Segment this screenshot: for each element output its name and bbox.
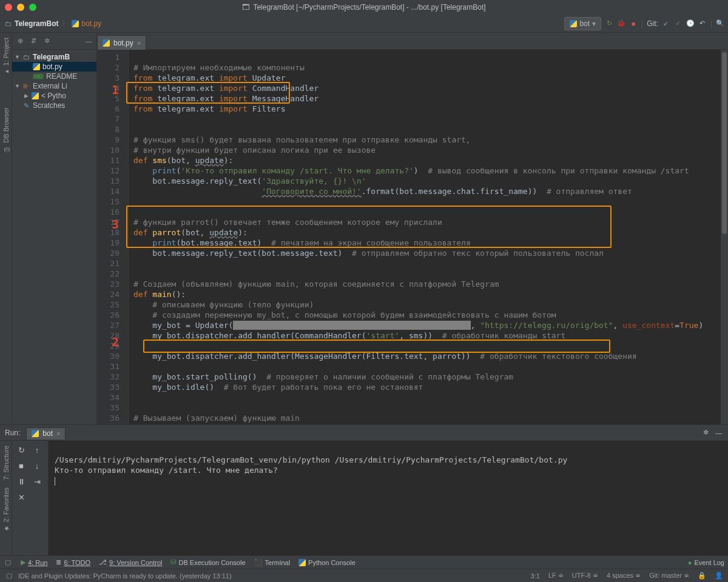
annotation-label-2: 2 (112, 337, 119, 347)
tool-window-quick-access-icon[interactable]: ▢ (4, 558, 12, 567)
bottom-tool-bar: ▢ ▶4: Run ≣6: TODO ⎇9: Version Control ⛁… (0, 555, 728, 569)
gear-icon[interactable]: ✲ (42, 37, 51, 45)
tree-python-env[interactable]: ▶ < Pytho (12, 91, 96, 101)
tree-label: README (46, 72, 77, 81)
minimize-icon[interactable] (17, 4, 24, 11)
window-controls[interactable] (5, 4, 36, 11)
db-browser-tool-button[interactable]: ⛁DB Browser (2, 107, 10, 153)
tree-file-readme[interactable]: MD README (12, 72, 96, 81)
collapse-icon[interactable]: — (715, 429, 723, 437)
info-icon[interactable]: ▢ (5, 572, 13, 580)
run-panel-header: Run: bot × ✲ — (0, 425, 728, 441)
vcs-tool-button[interactable]: ⎇9: Version Control (99, 558, 162, 566)
markdown-file-icon: MD (33, 73, 44, 79)
event-log-button[interactable]: ●Event Log (688, 559, 724, 566)
editor-scrollbar[interactable] (721, 50, 728, 424)
tab-label: bot.py (113, 39, 133, 47)
target-icon[interactable]: ⊕ (16, 37, 24, 45)
db-console-tool-button[interactable]: ⛁DB Execution Console (170, 558, 245, 566)
expand-icon[interactable]: ⇵ (29, 37, 38, 45)
run-controls: ↻ ↑ ■ ↓ ⏸ ⇥ ✕ (12, 441, 49, 555)
pause-icon[interactable]: ⏸ (16, 476, 27, 487)
folder-icon: 🗀 (22, 53, 30, 61)
structure-tool-button[interactable]: 7: Structure (2, 446, 10, 480)
gutter: 1 2 3 4 5 6 7 8 9 10 11 12 13 14 15 16 1… (97, 50, 129, 424)
tree-label: External Li (33, 82, 67, 90)
chevron-down-icon: ▼ (15, 54, 19, 60)
breadcrumb-separator (61, 19, 69, 28)
git-branch-selector[interactable]: Git: master ≑ (649, 572, 689, 580)
up-icon[interactable]: ↑ (32, 444, 42, 455)
close-icon[interactable]: × (56, 430, 60, 437)
breadcrumb-file[interactable]: bot.py (81, 19, 101, 28)
run-panel-title: Run: (5, 429, 20, 437)
run-config-name: bot (579, 19, 590, 28)
favorites-tool-button[interactable]: ★2: Favorites (2, 487, 10, 532)
filter-icon[interactable]: ⇥ (32, 476, 42, 487)
rerun-icon[interactable]: ↻ (605, 19, 613, 28)
run-tool-button[interactable]: ▶4: Run (21, 558, 47, 566)
run-panel-body: 7: Structure ★2: Favorites ↻ ↑ ■ ↓ ⏸ ⇥ ✕… (0, 441, 728, 555)
editor-tab-bot[interactable]: bot.py × (97, 35, 146, 50)
status-bar: ▢ IDE and Plugin Updates: PyCharm is rea… (0, 569, 728, 582)
python-file-icon (103, 39, 110, 47)
inspection-icon[interactable]: 👤 (715, 572, 723, 580)
run-tab-bot[interactable]: bot × (26, 427, 66, 440)
tree-file-bot[interactable]: bot.py (12, 62, 96, 72)
console-output[interactable]: /Users/dmitriy/PycharmProjects/TelegramB… (49, 441, 728, 555)
main-content: ▸1: Project ⛁DB Browser ⊕ ⇵ ✲ — ▼ 🗀 Tele… (0, 33, 728, 424)
status-message[interactable]: IDE and Plugin Updates: PyCharm is ready… (18, 572, 232, 580)
terminal-tool-button[interactable]: ⬛Terminal (254, 558, 291, 566)
separator: | (641, 19, 643, 28)
run-configuration-selector[interactable]: bot ▾ (564, 17, 601, 30)
indent-selector[interactable]: 4 spaces ≑ (607, 572, 641, 580)
chevron-down-icon: ▼ (15, 83, 19, 89)
chevron-right-icon: ▶ (24, 93, 29, 99)
search-icon[interactable]: 🔍 (716, 19, 724, 28)
encoding-selector[interactable]: UTF-8 ≑ (572, 572, 598, 580)
git-pull-icon[interactable]: ↙ (662, 19, 670, 28)
debug-icon[interactable]: 🐞 (617, 19, 625, 28)
breadcrumb-project[interactable]: TelegramBot (15, 19, 58, 28)
git-history-icon[interactable]: 🕓 (686, 19, 695, 28)
library-icon: ⊪ (22, 82, 30, 90)
git-commit-icon[interactable]: ✓ (674, 19, 682, 28)
maximize-icon[interactable] (29, 4, 36, 11)
gear-icon[interactable]: ✲ (701, 429, 710, 437)
stop-icon[interactable]: ■ (629, 19, 638, 28)
nav-bar: 🗀 TelegramBot bot.py bot ▾ ↻ 🐞 ■ | Git: … (0, 15, 728, 33)
window-title-text: TelegramBot [~/PycharmProjects/TelegramB… (253, 3, 485, 12)
project-tree: ▼ 🗀 TelegramB bot.py MD README ▼ ⊪ Exter… (12, 50, 96, 113)
close-icon[interactable]: ✕ (16, 492, 27, 503)
git-revert-icon[interactable]: ↶ (698, 19, 707, 28)
python-console-tool-button[interactable]: Python Console (298, 559, 356, 566)
code-content[interactable]: # Импортируем необходимые компоненты fro… (129, 50, 728, 424)
editor-area: bot.py × 1 2 3 4 5 6 7 8 9 10 11 12 13 1… (97, 33, 728, 424)
python-file-icon (72, 20, 79, 27)
lock-icon[interactable]: 🔒 (698, 572, 706, 580)
line-separator-selector[interactable]: LF ≑ (548, 572, 564, 580)
annotation-label-3: 3 (112, 219, 119, 230)
todo-tool-button[interactable]: ≣6: TODO (56, 558, 90, 566)
rerun-icon[interactable]: ↻ (16, 444, 27, 455)
caret-position[interactable]: 3:1 (531, 572, 540, 580)
down-icon[interactable]: ↓ (32, 460, 42, 471)
python-icon (570, 20, 577, 27)
python-file-icon (33, 63, 40, 70)
tree-project-root[interactable]: ▼ 🗀 TelegramB (12, 52, 96, 62)
chevron-down-icon: ▾ (592, 19, 596, 28)
left-tool-rail: ▸1: Project ⛁DB Browser (0, 33, 12, 424)
window-title: 🗔 TelegramBot [~/PycharmProjects/Telegra… (242, 3, 485, 12)
collapse-icon[interactable]: — (84, 37, 93, 45)
python-icon (32, 430, 39, 437)
tree-external-libs[interactable]: ▼ ⊪ External Li (12, 81, 96, 91)
left-bottom-rail: 7: Structure ★2: Favorites (0, 441, 12, 555)
project-tool-button[interactable]: ▸1: Project (2, 38, 10, 76)
close-icon[interactable]: × (137, 39, 141, 47)
tree-scratches[interactable]: ✎ Scratches (12, 101, 96, 110)
close-icon[interactable] (5, 4, 12, 11)
stop-icon[interactable]: ■ (16, 460, 27, 471)
python-icon (32, 92, 39, 99)
run-tab-label: bot (42, 429, 53, 438)
code-editor[interactable]: 1 2 3 4 5 6 7 8 9 10 11 12 13 14 15 16 1… (97, 50, 728, 424)
